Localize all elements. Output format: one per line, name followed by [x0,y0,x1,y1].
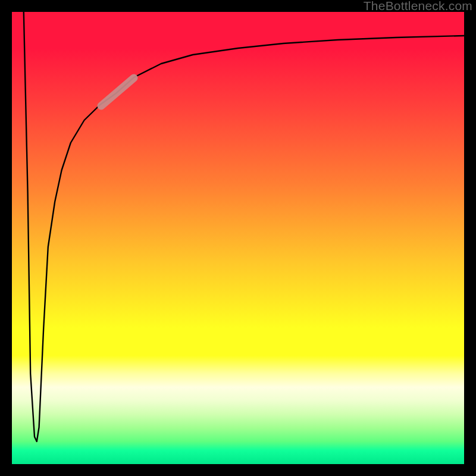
bottleneck-chart: TheBottleneck.com [0,0,476,476]
watermark-text: TheBottleneck.com [364,0,472,13]
curve-layer [12,12,464,464]
plot-area [12,12,464,464]
bottleneck-curve-path [24,12,464,441]
highlight-marker [101,78,134,106]
